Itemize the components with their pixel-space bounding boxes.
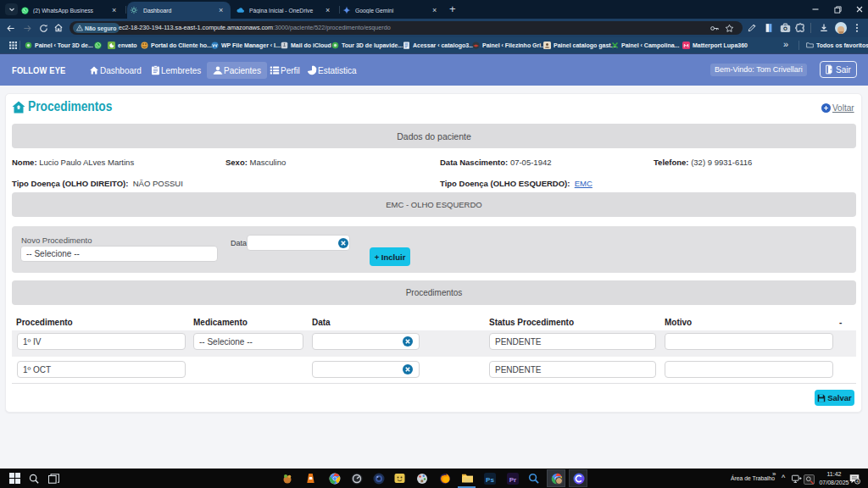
svg-text:4: 4 [856,480,859,484]
svg-text:Ps: Ps [486,475,494,483]
svg-text:Pr: Pr [509,475,515,483]
